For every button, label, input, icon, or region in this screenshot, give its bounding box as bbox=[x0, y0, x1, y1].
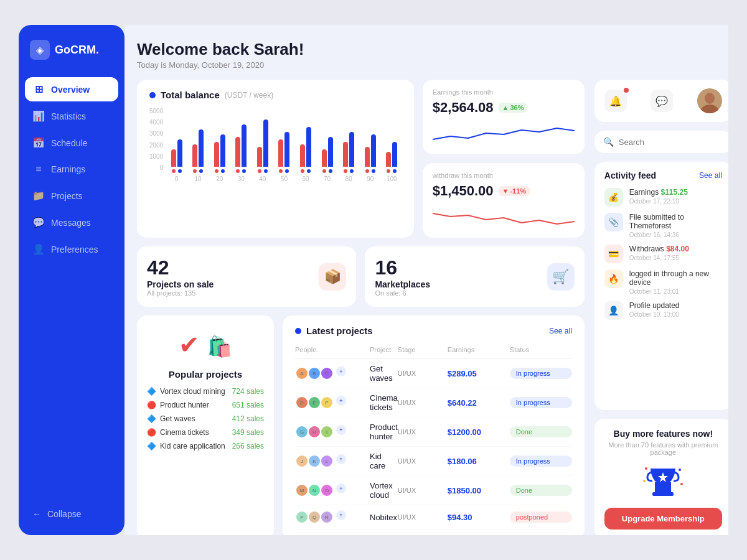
th-status: Status bbox=[510, 346, 572, 353]
projects-on-sale-sub: All projects: 135 bbox=[147, 289, 214, 297]
activity-icon-withdraw: 💳 bbox=[604, 245, 623, 263]
x-label-20: 20 bbox=[210, 175, 229, 182]
avatar: G bbox=[295, 425, 309, 439]
notification-badge bbox=[624, 88, 629, 93]
sidebar-item-overview[interactable]: ⊞ Overview bbox=[25, 77, 118, 101]
sidebar-item-earnings[interactable]: ≡ Earnings bbox=[25, 157, 118, 181]
pop-name-2: Get waves bbox=[160, 414, 195, 423]
activity-highlight-2: $84.00 bbox=[666, 245, 689, 253]
activity-see-all[interactable]: See all bbox=[699, 171, 722, 180]
sidebar-item-preferences[interactable]: 👤 Preferences bbox=[25, 237, 118, 261]
user-avatar[interactable] bbox=[697, 88, 722, 113]
notification-button[interactable]: 🔔 bbox=[604, 90, 627, 112]
sidebar-item-projects[interactable]: 📁 Projects bbox=[25, 184, 118, 208]
activity-title: Activity feed bbox=[604, 170, 656, 180]
pop-name-1: Product hunter bbox=[160, 401, 209, 409]
balance-title: Total balance bbox=[161, 90, 220, 100]
project-name-4: Vortex cloud bbox=[370, 481, 398, 500]
earnings-badge-value: 36% bbox=[510, 104, 524, 111]
upgrade-button[interactable]: Upgrade Membership bbox=[604, 508, 722, 530]
svg-rect-4 bbox=[652, 492, 674, 496]
activity-item-0: 💰 Earnings $115.25 October 17, 22:10 bbox=[604, 188, 722, 207]
avatar: L bbox=[320, 454, 334, 468]
stage-3: UI/UX bbox=[398, 457, 448, 465]
avatar: Q bbox=[308, 510, 321, 524]
x-label-30: 30 bbox=[232, 175, 251, 182]
table-row: P Q R + Nobitex UI/UX $94.30 postponed bbox=[295, 505, 572, 530]
avatars-3: J K L + bbox=[295, 454, 370, 468]
earnings-0: $289.05 bbox=[448, 369, 510, 378]
sidebar-nav: ⊞ Overview 📊 Statistics 📅 Schedule ≡ Ear… bbox=[19, 77, 125, 498]
pop-sales-4: 266 sales bbox=[232, 442, 264, 450]
bars-row bbox=[167, 119, 401, 175]
down-arrow-icon: ▼ bbox=[502, 187, 509, 195]
avatar-plus: + bbox=[336, 454, 346, 464]
avatar: I bbox=[320, 425, 334, 439]
y-label-2000: 2000 bbox=[149, 142, 163, 149]
latest-dot bbox=[295, 328, 301, 334]
activity-icon-profile: 👤 bbox=[604, 301, 623, 320]
th-project: Project bbox=[370, 346, 398, 353]
sidebar: ◈ GoCRM. ⊞ Overview 📊 Statistics 📅 Sched… bbox=[19, 25, 125, 535]
activity-icon-login: 🔥 bbox=[604, 269, 623, 288]
y-label-0: 0 bbox=[149, 164, 163, 171]
activity-prefix-0: Earnings bbox=[629, 188, 661, 197]
activity-content-2: Withdraws $84.00 October 14, 17:55 bbox=[629, 245, 689, 261]
avatar: A bbox=[295, 366, 309, 380]
withdraw-label: withdraw this month bbox=[433, 172, 575, 179]
activity-item-1: 📎 File submitted to Themeforest October … bbox=[604, 213, 722, 238]
logo-icon: ◈ bbox=[30, 40, 50, 60]
y-label-1000: 1000 bbox=[149, 153, 163, 160]
sidebar-label-schedule: Schedule bbox=[51, 138, 87, 148]
activity-item-2: 💳 Withdraws $84.00 October 14, 17:55 bbox=[604, 245, 722, 263]
sidebar-logo: ◈ GoCRM. bbox=[19, 40, 125, 60]
collapse-button[interactable]: ← Collapse bbox=[19, 503, 125, 525]
avatars-1: D E F + bbox=[295, 396, 370, 409]
status-badge-4: Done bbox=[510, 485, 572, 496]
marketplaces-card: 16 Marketplaces On sale: 6 🛒 bbox=[365, 246, 584, 307]
popular-illustration: ✔ 🛍️ bbox=[179, 330, 232, 362]
activity-content-4: Profile updated October 10, 13:00 bbox=[629, 301, 680, 318]
sidebar-item-statistics[interactable]: 📊 Statistics bbox=[25, 104, 118, 128]
project-name-1: Cinema tickets bbox=[370, 393, 398, 412]
project-name-5: Nobitex bbox=[370, 513, 398, 522]
activity-content-0: Earnings $115.25 October 17, 22:10 bbox=[629, 188, 688, 205]
earnings-card: Earnings this month $2,564.08 ▲ 36% bbox=[423, 80, 585, 154]
bar-group-7 bbox=[317, 137, 337, 173]
latest-see-all[interactable]: See all bbox=[549, 327, 572, 335]
sidebar-label-earnings: Earnings bbox=[51, 164, 85, 174]
popular-title: Popular projects bbox=[169, 369, 242, 380]
latest-title-row: Latest projects bbox=[295, 325, 373, 336]
search-input[interactable] bbox=[619, 138, 723, 147]
stage-5: UI/UX bbox=[398, 513, 448, 521]
popular-list: 🔷 Vortex cloud mining 724 sales 🔴 Produc… bbox=[147, 387, 264, 450]
earnings-value-row: $2,564.08 ▲ 36% bbox=[433, 100, 575, 116]
svg-point-9 bbox=[680, 483, 683, 485]
activity-item-4: 👤 Profile updated October 10, 13:00 bbox=[604, 301, 722, 320]
message-button[interactable]: 💬 bbox=[651, 90, 673, 112]
status-badge-2: Done bbox=[510, 426, 572, 437]
sidebar-item-messages[interactable]: 💬 Messages bbox=[25, 210, 118, 235]
avatar: E bbox=[308, 396, 321, 409]
schedule-icon: 📅 bbox=[32, 137, 45, 149]
status-badge-0: In progress bbox=[510, 368, 572, 379]
withdraw-badge: ▼ -11% bbox=[499, 186, 530, 196]
bar-group-8 bbox=[339, 132, 359, 173]
chart-area: 5000 4000 3000 2000 1000 0 bbox=[149, 108, 402, 182]
earnings-badge: ▲ 36% bbox=[499, 103, 528, 113]
table-header: People Project Stage Earnings Status bbox=[295, 343, 572, 359]
y-label-4000: 4000 bbox=[149, 119, 163, 126]
activity-text-0: Earnings $115.25 bbox=[629, 188, 688, 197]
list-item: 🔴 Product hunter 651 sales bbox=[147, 401, 264, 409]
search-box: 🔍 bbox=[594, 131, 728, 153]
pop-name-4: Kid care application bbox=[160, 442, 225, 450]
chart-bars-container: 0 10 20 30 40 50 60 70 80 90 bbox=[167, 119, 401, 182]
bar-group-9 bbox=[360, 134, 380, 173]
avatars-0: A B C + bbox=[295, 366, 370, 380]
projects-on-sale-label: Projects on sale bbox=[147, 279, 214, 289]
avatar: O bbox=[320, 483, 334, 497]
activity-date-0: October 17, 22:10 bbox=[629, 198, 688, 205]
sidebar-item-schedule[interactable]: 📅 Schedule bbox=[25, 131, 118, 155]
main-header: Welcome back Sarah! Today is Monday, Oct… bbox=[137, 40, 716, 70]
stage-2: UI/UX bbox=[398, 428, 448, 436]
